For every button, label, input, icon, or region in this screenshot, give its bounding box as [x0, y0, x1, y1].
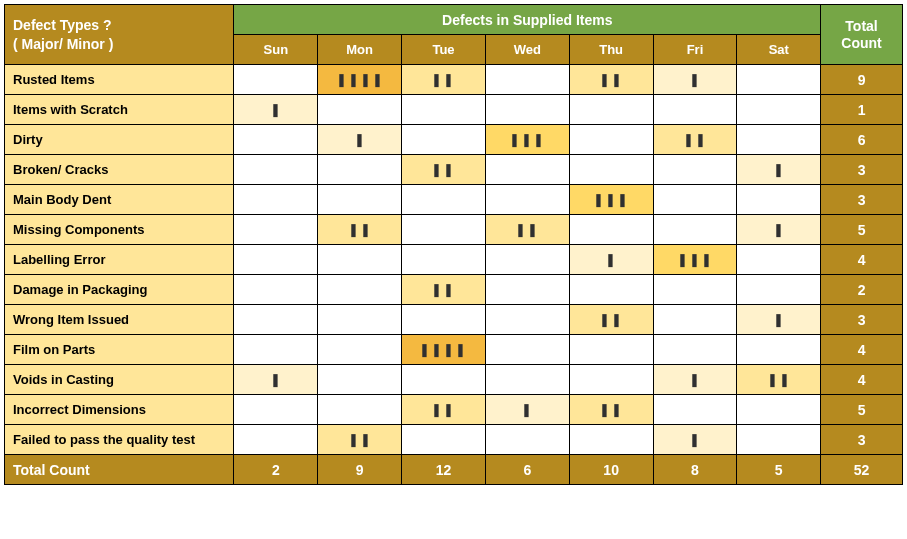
col-total: 5	[737, 455, 821, 485]
tally-cell	[318, 395, 402, 425]
tally-cell	[485, 275, 569, 305]
row-label: Main Body Dent	[5, 185, 234, 215]
row-label: Wrong Item Issued	[5, 305, 234, 335]
tally-cell	[737, 185, 821, 215]
tally-cell	[485, 65, 569, 95]
day-header: Fri	[653, 35, 737, 65]
table-row: Voids in Casting❚❚❚❚4	[5, 365, 903, 395]
tally-cell	[737, 275, 821, 305]
tally-cell	[318, 185, 402, 215]
table-row: Failed to pass the quality test❚❚❚3	[5, 425, 903, 455]
row-total: 3	[821, 185, 903, 215]
tally-cell	[402, 425, 486, 455]
row-total: 4	[821, 365, 903, 395]
row-label: Failed to pass the quality test	[5, 425, 234, 455]
tally-cell: ❚❚❚❚	[402, 335, 486, 365]
row-label: Dirty	[5, 125, 234, 155]
day-header: Sun	[234, 35, 318, 65]
title-header: Defects in Supplied Items	[234, 5, 821, 35]
tally-cell	[653, 305, 737, 335]
tally-cell	[485, 365, 569, 395]
table-row: Main Body Dent❚❚❚3	[5, 185, 903, 215]
tally-cell	[737, 395, 821, 425]
row-total: 1	[821, 95, 903, 125]
tally-cell	[737, 245, 821, 275]
table-row: Wrong Item Issued❚❚❚3	[5, 305, 903, 335]
tally-cell	[318, 245, 402, 275]
row-label: Voids in Casting	[5, 365, 234, 395]
row-label: Items with Scratch	[5, 95, 234, 125]
grand-total: 52	[821, 455, 903, 485]
row-label: Rusted Items	[5, 65, 234, 95]
tally-cell	[653, 185, 737, 215]
tally-cell	[737, 125, 821, 155]
tally-cell: ❚	[653, 425, 737, 455]
day-header: Wed	[485, 35, 569, 65]
tally-cell	[485, 95, 569, 125]
tally-cell: ❚	[737, 155, 821, 185]
tally-cell: ❚	[318, 125, 402, 155]
day-header: Sat	[737, 35, 821, 65]
corner-header: Defect Types ? ( Major/ Minor )	[5, 5, 234, 65]
table-row: Dirty❚❚❚❚❚❚6	[5, 125, 903, 155]
tally-cell	[234, 245, 318, 275]
tally-cell	[402, 185, 486, 215]
tally-cell: ❚❚	[402, 395, 486, 425]
tally-cell: ❚	[653, 365, 737, 395]
tally-cell: ❚❚	[737, 365, 821, 395]
tally-cell: ❚❚	[569, 395, 653, 425]
tally-cell	[737, 335, 821, 365]
tally-cell	[318, 305, 402, 335]
table-row: Items with Scratch❚1	[5, 95, 903, 125]
defects-table: Defect Types ? ( Major/ Minor ) Defects …	[4, 4, 903, 485]
row-total: 5	[821, 215, 903, 245]
tally-cell	[234, 155, 318, 185]
table-row: Damage in Packaging❚❚2	[5, 275, 903, 305]
tally-cell: ❚	[737, 305, 821, 335]
tally-cell: ❚	[234, 365, 318, 395]
table-row: Labelling Error❚❚❚❚4	[5, 245, 903, 275]
row-total: 6	[821, 125, 903, 155]
tally-cell	[653, 155, 737, 185]
tally-cell: ❚❚	[653, 125, 737, 155]
tally-cell: ❚❚	[569, 65, 653, 95]
tally-cell	[653, 395, 737, 425]
tally-cell	[737, 65, 821, 95]
day-header: Mon	[318, 35, 402, 65]
tally-cell: ❚	[485, 395, 569, 425]
row-total: 5	[821, 395, 903, 425]
row-label: Missing Components	[5, 215, 234, 245]
tally-cell	[485, 425, 569, 455]
tally-cell: ❚❚	[318, 425, 402, 455]
tally-cell: ❚❚	[402, 155, 486, 185]
corner-line1: Defect Types ?	[13, 17, 112, 33]
tally-cell	[402, 305, 486, 335]
tally-cell	[485, 185, 569, 215]
table-row: Incorrect Dimensions❚❚❚❚❚5	[5, 395, 903, 425]
row-total: 9	[821, 65, 903, 95]
tally-cell	[318, 155, 402, 185]
tally-cell	[402, 365, 486, 395]
tally-cell	[234, 395, 318, 425]
tally-cell	[485, 155, 569, 185]
table-row: Broken/ Cracks❚❚❚3	[5, 155, 903, 185]
tally-cell	[318, 95, 402, 125]
row-total: 4	[821, 245, 903, 275]
tally-cell	[653, 275, 737, 305]
table-row: Missing Components❚❚❚❚❚5	[5, 215, 903, 245]
row-total: 3	[821, 425, 903, 455]
tally-cell: ❚	[234, 95, 318, 125]
col-total: 2	[234, 455, 318, 485]
row-label: Labelling Error	[5, 245, 234, 275]
tally-cell	[569, 275, 653, 305]
tally-cell	[569, 425, 653, 455]
tally-cell	[318, 365, 402, 395]
tally-cell: ❚❚	[402, 65, 486, 95]
tally-cell	[569, 215, 653, 245]
tally-cell	[653, 335, 737, 365]
tally-cell: ❚❚❚	[485, 125, 569, 155]
tally-cell	[569, 125, 653, 155]
tally-cell	[234, 305, 318, 335]
row-label: Film on Parts	[5, 335, 234, 365]
tally-cell	[234, 425, 318, 455]
